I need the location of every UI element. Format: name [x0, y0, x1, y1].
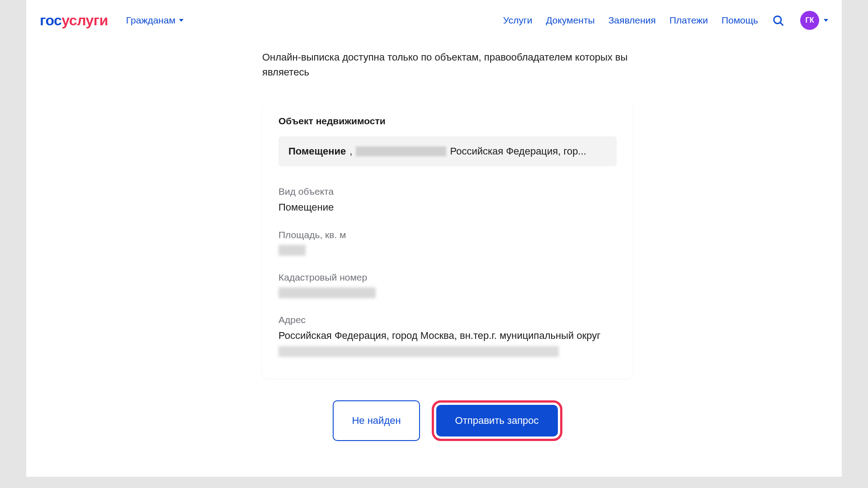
nav-services[interactable]: Услуги [503, 15, 533, 26]
property-card: Объект недвижимости Помещение, Российска… [262, 101, 633, 379]
redacted-cadastral-value [278, 287, 376, 298]
citizens-dropdown[interactable]: Гражданам [126, 15, 184, 26]
citizens-label: Гражданам [126, 15, 175, 26]
avatar: ГК [800, 11, 819, 30]
object-comma: , [349, 145, 352, 157]
nav-links: Услуги Документы Заявления Платежи Помощ… [503, 14, 784, 27]
highlight-ring: Отправить запрос [432, 400, 562, 441]
svg-line-1 [780, 23, 783, 25]
chevron-down-icon [179, 19, 184, 22]
intro-text: Онлайн-выписка доступна только по объект… [262, 50, 633, 80]
field-type: Вид объекта Помещение [278, 186, 617, 213]
logo[interactable]: госуслуги [40, 12, 108, 29]
redacted-address-line2 [278, 346, 559, 357]
submit-button[interactable]: Отправить запрос [436, 405, 558, 436]
user-menu[interactable]: ГК [800, 11, 828, 30]
field-label-area: Площадь, кв. м [278, 230, 617, 240]
header: госуслуги Гражданам Услуги Документы Зая… [26, 0, 842, 41]
redacted-area-value [278, 245, 306, 256]
field-cadastral: Кадастровый номер [278, 272, 617, 298]
nav-payments[interactable]: Платежи [670, 15, 708, 26]
nav-documents[interactable]: Документы [546, 15, 594, 26]
chevron-down-icon [824, 19, 828, 22]
logo-gos: гос [40, 12, 61, 28]
button-row: Не найден Отправить запрос [262, 400, 633, 441]
field-address: Адрес Российская Федерация, город Москва… [278, 314, 617, 357]
field-area: Площадь, кв. м [278, 230, 617, 256]
redacted-text [356, 146, 446, 156]
field-label-address: Адрес [278, 314, 617, 325]
search-icon[interactable] [772, 14, 784, 27]
field-label-cadastral: Кадастровый номер [278, 272, 617, 283]
card-title: Объект недвижимости [278, 116, 617, 127]
nav-help[interactable]: Помощь [722, 15, 758, 26]
address-line1: Российская Федерация, город Москва, вн.т… [278, 330, 617, 342]
logo-uslugi: услуги [61, 12, 108, 28]
object-summary[interactable]: Помещение, Российская Федерация, гор... [278, 136, 617, 166]
field-value-type: Помещение [278, 202, 617, 213]
content: Онлайн-выписка доступна только по объект… [26, 41, 842, 441]
not-found-button[interactable]: Не найден [333, 400, 420, 441]
object-type: Помещение [288, 145, 346, 157]
object-suffix: Российская Федерация, гор... [450, 145, 586, 157]
nav-applications[interactable]: Заявления [609, 15, 656, 26]
field-label-type: Вид объекта [278, 186, 617, 197]
